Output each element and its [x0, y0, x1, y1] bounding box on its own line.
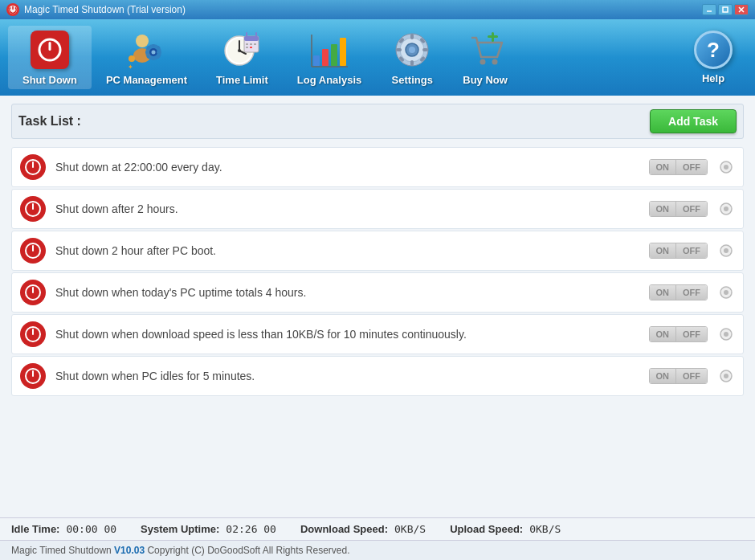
- close-button[interactable]: [734, 4, 749, 15]
- buy-now-label: Buy Now: [463, 74, 508, 86]
- status-bar: Idle Time: 00:00 00 System Uptime: 02:26…: [0, 517, 755, 540]
- toggle-on-3[interactable]: ON: [650, 243, 677, 258]
- task-header: Task List : Add Task: [11, 104, 744, 139]
- restore-button[interactable]: [718, 4, 733, 15]
- toolbar-item-help[interactable]: ? Help: [680, 27, 747, 88]
- svg-rect-58: [488, 35, 498, 38]
- task-toggle-4[interactable]: ON OFF: [649, 284, 708, 300]
- task-toggle-2[interactable]: ON OFF: [649, 201, 708, 217]
- task-settings-icon-4[interactable]: [717, 284, 735, 301]
- toolbar-item-time-limit[interactable]: Time Limit: [202, 26, 283, 89]
- svg-rect-76: [32, 329, 34, 335]
- toggle-on-4[interactable]: ON: [650, 285, 677, 300]
- svg-rect-14: [153, 57, 155, 60]
- svg-rect-68: [32, 245, 34, 251]
- svg-rect-50: [422, 48, 428, 51]
- svg-rect-35: [246, 47, 248, 48]
- task-icon-4: [20, 280, 46, 305]
- time-limit-label: Time Limit: [216, 74, 268, 86]
- svg-point-70: [724, 248, 728, 253]
- svg-rect-64: [32, 203, 34, 210]
- svg-rect-7: [48, 42, 51, 51]
- task-icon-6: [20, 363, 46, 389]
- toggle-off-3[interactable]: OFF: [676, 243, 707, 258]
- pc-management-icon: ✦: [125, 29, 167, 71]
- log-analysis-icon: [308, 29, 350, 71]
- toggle-on-1[interactable]: ON: [650, 160, 677, 174]
- task-icon-3: [20, 238, 46, 264]
- pc-management-label: PC Management: [106, 74, 187, 86]
- minimize-button[interactable]: [702, 4, 716, 15]
- toggle-off-5[interactable]: OFF: [676, 327, 707, 341]
- table-row: Shut down at 22:00:00 every day. ON OFF: [11, 147, 744, 187]
- time-limit-icon: [221, 29, 263, 71]
- svg-point-82: [724, 374, 728, 378]
- task-toggle-5[interactable]: ON OFF: [649, 326, 708, 342]
- main-content: Task List : Add Task Shut down at 22:00:…: [0, 96, 755, 517]
- toggle-on-5[interactable]: ON: [650, 327, 677, 341]
- svg-rect-3: [723, 7, 728, 12]
- toolbar-item-shutdown[interactable]: Shut Down: [8, 26, 92, 89]
- upload-speed-item: Upload Speed: 0KB/S: [450, 523, 561, 535]
- table-row: Shut down when download speed is less th…: [11, 314, 744, 354]
- shutdown-icon-container: [29, 29, 71, 71]
- svg-rect-31: [255, 32, 257, 37]
- task-toggle-3[interactable]: ON OFF: [649, 243, 708, 259]
- toolbar-item-settings[interactable]: Settings: [376, 26, 448, 89]
- svg-rect-40: [340, 38, 346, 66]
- idle-time-label: Idle Time:: [11, 523, 59, 535]
- toolbar-item-pc-management[interactable]: ✦ PC Management: [92, 26, 202, 89]
- upload-speed-label: Upload Speed:: [450, 523, 523, 535]
- settings-icon: [391, 29, 433, 71]
- upload-speed-value: 0KB/S: [529, 523, 561, 535]
- task-toggle-1[interactable]: ON OFF: [649, 159, 708, 175]
- svg-point-78: [724, 332, 728, 337]
- footer-text-before: Magic Timed Shutdown: [11, 545, 114, 556]
- table-row: Shut down when PC idles for 5 minutes. O…: [11, 356, 744, 396]
- toggle-on-6[interactable]: ON: [650, 369, 677, 383]
- toolbar-item-buy-now[interactable]: Buy Now: [448, 26, 522, 89]
- window-title: Magic Timed Shutdown (Trial version): [24, 4, 186, 15]
- task-list-title: Task List :: [18, 114, 81, 129]
- task-settings-icon-6[interactable]: [717, 367, 735, 385]
- task-list: Shut down at 22:00:00 every day. ON OFF …: [11, 147, 744, 509]
- idle-time-item: Idle Time: 00:00 00: [11, 523, 116, 535]
- buy-now-icon: [464, 29, 506, 71]
- toggle-off-4[interactable]: OFF: [676, 285, 707, 300]
- svg-rect-30: [246, 32, 247, 37]
- add-task-button[interactable]: Add Task: [650, 109, 737, 133]
- svg-point-8: [136, 35, 149, 47]
- table-row: Shut down after 2 hours. ON OFF: [11, 189, 744, 229]
- svg-rect-32: [246, 43, 248, 45]
- svg-point-56: [492, 59, 498, 65]
- svg-point-74: [724, 290, 728, 295]
- task-text-4: Shut down when today's PC uptime totals …: [55, 286, 639, 299]
- table-row: Shut down when today's PC uptime totals …: [11, 272, 744, 313]
- svg-rect-13: [153, 44, 155, 47]
- task-settings-icon-3[interactable]: [717, 242, 735, 260]
- toolbar-items: Shut Down: [8, 26, 522, 89]
- svg-rect-49: [396, 48, 402, 51]
- svg-rect-1: [12, 6, 14, 10]
- toggle-on-2[interactable]: ON: [650, 202, 677, 216]
- toolbar-item-log-analysis[interactable]: Log Analysis: [283, 26, 376, 89]
- toggle-off-1[interactable]: OFF: [676, 160, 707, 174]
- task-text-5: Shut down when download speed is less th…: [55, 328, 639, 341]
- task-text-1: Shut down at 22:00:00 every day.: [55, 161, 639, 174]
- svg-point-55: [480, 59, 486, 65]
- toggle-off-6[interactable]: OFF: [676, 369, 707, 383]
- shutdown-label: Shut Down: [22, 74, 77, 86]
- svg-rect-33: [250, 43, 252, 45]
- toggle-off-2[interactable]: OFF: [676, 202, 707, 216]
- download-speed-item: Download Speed: 0KB/S: [300, 523, 426, 535]
- task-settings-icon-1[interactable]: [717, 158, 735, 176]
- task-settings-icon-5[interactable]: [717, 325, 735, 343]
- task-settings-icon-2[interactable]: [717, 200, 735, 218]
- svg-rect-60: [32, 161, 34, 168]
- task-toggle-6[interactable]: ON OFF: [649, 368, 708, 384]
- system-uptime-item: System Uptime: 02:26 00: [141, 523, 276, 535]
- footer-text-after: Copyright (C) DoGoodSoft All Rights Rese…: [145, 545, 349, 556]
- table-row: Shut down 2 hour after PC boot. ON OFF: [11, 231, 744, 271]
- task-icon-1: [20, 154, 46, 180]
- title-bar: Magic Timed Shutdown (Trial version): [0, 0, 755, 19]
